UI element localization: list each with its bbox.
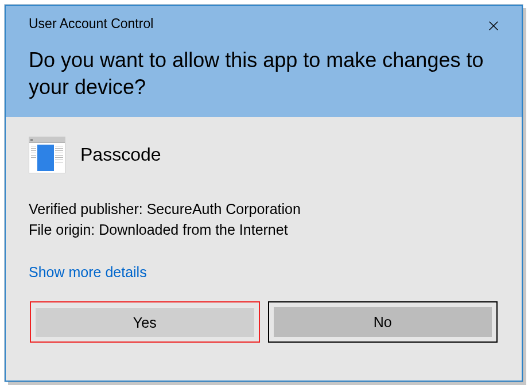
no-button-frame: No bbox=[268, 301, 498, 343]
dialog-header: User Account Control Do you want to allo… bbox=[6, 6, 522, 117]
app-row: Passcode bbox=[29, 137, 499, 173]
title-row: User Account Control bbox=[29, 16, 499, 34]
yes-button-highlight: Yes bbox=[30, 301, 260, 343]
show-more-link[interactable]: Show more details bbox=[29, 264, 147, 281]
button-row: Yes No bbox=[29, 301, 499, 343]
dialog-frame: User Account Control Do you want to allo… bbox=[5, 5, 523, 382]
yes-button[interactable]: Yes bbox=[36, 307, 254, 337]
close-icon bbox=[487, 20, 500, 32]
dialog-body: Passcode Verified publisher: SecureAuth … bbox=[6, 117, 522, 381]
origin-line: File origin: Downloaded from the Interne… bbox=[29, 219, 499, 240]
uac-dialog: User Account Control Do you want to allo… bbox=[5, 5, 523, 382]
app-icon bbox=[29, 137, 65, 173]
publisher-line: Verified publisher: SecureAuth Corporati… bbox=[29, 199, 499, 219]
window-title: User Account Control bbox=[29, 16, 153, 32]
no-button[interactable]: No bbox=[274, 307, 492, 337]
dialog-question: Do you want to allow this app to make ch… bbox=[29, 47, 499, 101]
close-button[interactable] bbox=[485, 17, 502, 34]
details-block: Verified publisher: SecureAuth Corporati… bbox=[29, 199, 499, 240]
app-name: Passcode bbox=[80, 144, 161, 165]
